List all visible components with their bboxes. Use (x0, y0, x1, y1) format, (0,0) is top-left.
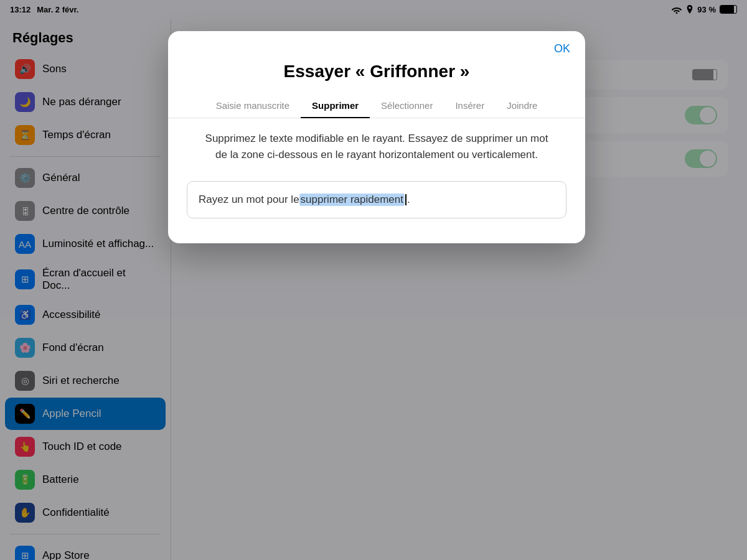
modal-description: Supprimez le texte modifiable en le raya… (199, 131, 554, 162)
modal-tab-joindre[interactable]: Joindre (496, 94, 548, 118)
modal-tabs: Saisie manuscriteSupprimerSélectionnerIn… (168, 94, 585, 118)
modal-tab-inserer[interactable]: Insérer (444, 94, 496, 118)
input-prefix: Rayez un mot pour le (199, 194, 299, 206)
modal-title: Essayer « Griffonner » (187, 62, 566, 82)
modal-header: OK (168, 31, 585, 55)
modal-ok-button[interactable]: OK (554, 42, 570, 55)
scribble-cursor-icon (405, 194, 406, 205)
input-suffix: . (407, 194, 410, 206)
modal-input-area[interactable]: Rayez un mot pour le supprimer rapidemen… (187, 181, 566, 218)
modal-dialog: OK Essayer « Griffonner » Saisie manuscr… (168, 31, 585, 243)
input-highlight: supprimer rapidement (299, 194, 405, 206)
modal-tab-selectionner[interactable]: Sélectionner (370, 94, 444, 118)
modal-tab-saisie[interactable]: Saisie manuscrite (205, 94, 301, 118)
modal-tab-supprimer[interactable]: Supprimer (301, 94, 370, 118)
